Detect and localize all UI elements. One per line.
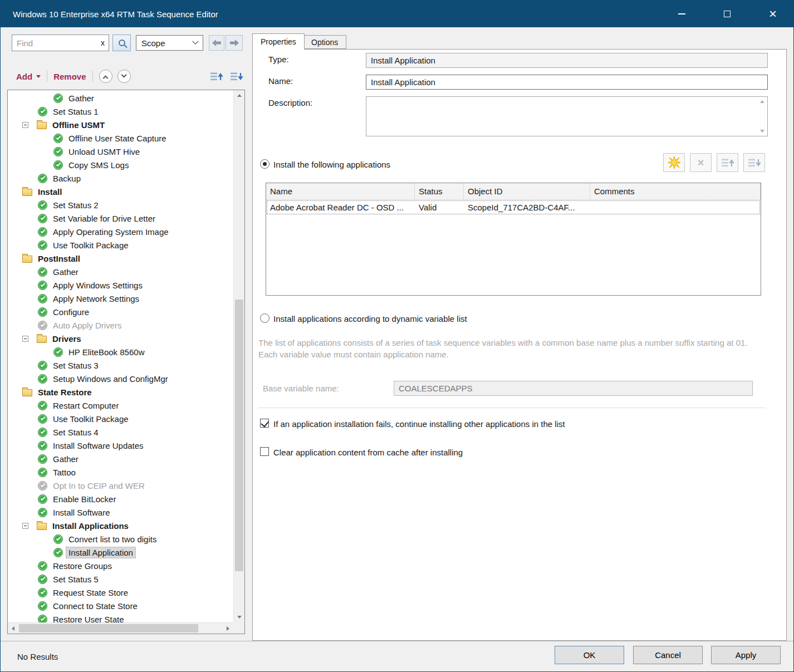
move-down-icon [748, 158, 761, 168]
tree-item-set-variable-for-drive-letter[interactable]: Set Variable for Drive Letter [8, 212, 233, 225]
tree-item-connect-to-state-store[interactable]: Connect to State Store [8, 599, 233, 612]
tree-item-state-restore[interactable]: State Restore [8, 385, 233, 399]
tree-item-set-status-5[interactable]: Set Status 5 [8, 572, 233, 586]
find-next-button[interactable] [226, 35, 243, 51]
apply-button[interactable]: Apply [711, 646, 781, 664]
new-application-button[interactable] [663, 153, 685, 172]
step-check-icon [38, 241, 47, 250]
column-header-comments[interactable]: Comments [590, 183, 761, 199]
find-previous-button[interactable] [209, 35, 224, 51]
search-button[interactable] [112, 35, 131, 51]
tree-item-drivers[interactable]: Drivers [8, 332, 233, 345]
clear-cache-checkbox[interactable] [260, 447, 269, 456]
remove-button[interactable]: Remove [53, 72, 86, 81]
horizontal-scroll-track[interactable] [18, 623, 223, 634]
move-up-button[interactable] [210, 71, 223, 82]
tree-item-label: Configure [51, 307, 91, 317]
add-button[interactable]: Add [16, 72, 41, 81]
tree-item-install-software[interactable]: Install Software [8, 506, 233, 519]
tree-horizontal-scrollbar[interactable] [8, 622, 233, 634]
install-following-radio[interactable] [260, 159, 269, 169]
tree-item-label: HP EliteBook 8560w [66, 347, 146, 357]
install-dynamic-radio[interactable] [260, 313, 269, 323]
expander-minus-icon[interactable] [22, 122, 28, 128]
column-header-object-id[interactable]: Object ID [464, 183, 590, 199]
tree-item-restore-groups[interactable]: Restore Groups [8, 559, 233, 572]
tree-item-backup[interactable]: Backup [8, 171, 233, 185]
description-field[interactable] [366, 96, 768, 136]
tree-item-apply-windows-settings[interactable]: Apply Windows Settings [8, 278, 233, 292]
expander-minus-icon[interactable] [22, 336, 28, 342]
move-application-up-button[interactable] [717, 153, 738, 172]
collapse-all-button[interactable] [99, 70, 112, 83]
tree-item-hp-elitebook-8560w[interactable]: HP EliteBook 8560w [8, 345, 233, 359]
tree-item-install-applications[interactable]: Install Applications [8, 519, 233, 532]
tree-item-install-application[interactable]: Install Application [8, 546, 233, 559]
cancel-button[interactable]: Cancel [633, 646, 703, 664]
tree-item-set-status-2[interactable]: Set Status 2 [8, 198, 233, 212]
tree-item-configure[interactable]: Configure [8, 305, 233, 318]
move-down-button[interactable] [230, 71, 243, 82]
tree-item-restart-computer[interactable]: Restart Computer [8, 399, 233, 412]
delete-application-button[interactable]: × [690, 153, 712, 172]
tree-item-label: Restore User State [51, 614, 126, 623]
tree-item-opt-in-to-ceip-and-wer[interactable]: Opt In to CEIP and WER [8, 479, 233, 492]
tree-item-request-state-store[interactable]: Request State Store [8, 586, 233, 599]
tree-item-unload-usmt-hive[interactable]: Unload USMT Hive [8, 145, 233, 158]
tab-options[interactable]: Options [303, 35, 346, 49]
horizontal-scroll-thumb[interactable] [19, 624, 198, 632]
ok-button[interactable]: OK [555, 646, 624, 664]
scroll-left-button[interactable] [8, 623, 18, 634]
expand-all-button[interactable] [117, 70, 131, 83]
tree-item-auto-apply-drivers[interactable]: Auto Apply Drivers [8, 318, 233, 332]
scroll-down-button[interactable] [234, 612, 244, 622]
tree-item-set-status-4[interactable]: Set Status 4 [8, 425, 233, 439]
step-check-icon [38, 214, 47, 223]
continue-on-fail-checkbox[interactable] [260, 419, 269, 428]
tree-item-gather[interactable]: Gather [8, 265, 233, 278]
tab-properties[interactable]: Properties [252, 33, 305, 50]
tree-vertical-scrollbar[interactable] [233, 90, 244, 622]
find-input[interactable] [12, 35, 96, 51]
tree-item-gather[interactable]: Gather [8, 452, 233, 465]
tree-item-setup-windows-and-configmgr[interactable]: Setup Windows and ConfigMgr [8, 372, 233, 385]
tree-item-set-status-1[interactable]: Set Status 1 [8, 105, 233, 118]
scroll-right-button[interactable] [223, 623, 233, 634]
scope-dropdown[interactable]: Scope [136, 35, 203, 51]
tree-item-postinstall[interactable]: PostInstall [8, 252, 233, 265]
triangle-up-icon [760, 98, 764, 103]
step-check-icon [38, 200, 47, 210]
tree-item-restore-user-state[interactable]: Restore User State [8, 612, 233, 622]
vertical-scroll-thumb[interactable] [235, 300, 243, 571]
tree-item-enable-bitlocker[interactable]: Enable BitLocker [8, 492, 233, 506]
tree-item-apply-operating-system-image[interactable]: Apply Operating System Image [8, 225, 233, 238]
step-check-icon [38, 588, 47, 597]
application-row[interactable]: Adobe Acrobat Reader DC - OSD ...ValidSc… [266, 200, 761, 215]
tree-item-offline-usmt[interactable]: Offline USMT [8, 118, 233, 131]
tree-item-gather[interactable]: Gather [8, 91, 233, 105]
column-header-name[interactable]: Name [266, 183, 415, 199]
tree-item-use-toolkit-package[interactable]: Use Toolkit Package [8, 238, 233, 252]
move-application-down-button[interactable] [743, 153, 765, 172]
clear-search-icon[interactable]: x [101, 38, 105, 47]
section-divider [258, 408, 765, 408]
tree-item-use-toolkit-package[interactable]: Use Toolkit Package [8, 412, 233, 425]
close-button[interactable]: × [760, 1, 786, 27]
tree-item-convert-list-to-two-digits[interactable]: Convert list to two digits [8, 532, 233, 546]
tree-item-install[interactable]: Install [8, 185, 233, 198]
tree-item-apply-network-settings[interactable]: Apply Network Settings [8, 292, 233, 305]
scroll-up-button[interactable] [234, 90, 244, 100]
tree-item-tattoo[interactable]: Tattoo [8, 465, 233, 479]
tree-item-offline-user-state-capture[interactable]: Offline User State Capture [8, 131, 233, 145]
expander-minus-icon[interactable] [22, 523, 28, 529]
app-table-body: Adobe Acrobat Reader DC - OSD ...ValidSc… [266, 200, 761, 215]
tree-item-copy-sms-logs[interactable]: Copy SMS Logs [8, 158, 233, 171]
vertical-scroll-track[interactable] [234, 100, 244, 612]
column-header-status[interactable]: Status [415, 183, 464, 199]
tree-item-set-status-3[interactable]: Set Status 3 [8, 359, 233, 372]
minimize-button[interactable] [669, 1, 694, 27]
description-scrollbar[interactable] [757, 97, 767, 136]
maximize-button[interactable] [714, 1, 740, 27]
name-field[interactable] [366, 75, 768, 90]
tree-item-install-software-updates[interactable]: Install Software Updates [8, 439, 233, 452]
